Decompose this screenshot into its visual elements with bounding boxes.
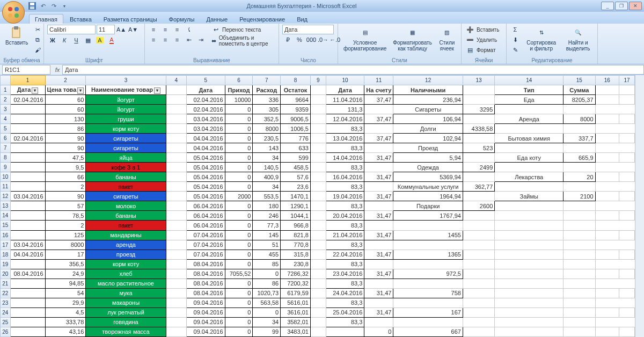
cell[interactable] [463, 211, 494, 221]
cell[interactable]: 90 [45, 134, 86, 143]
cell[interactable] [166, 134, 186, 143]
qat-customize-icon[interactable]: ▼ [60, 2, 69, 10]
cell[interactable]: сигареты [86, 192, 166, 201]
col-header[interactable]: 5 [187, 76, 225, 85]
cell[interactable]: 8205,37 [564, 95, 595, 105]
cell[interactable] [564, 250, 595, 259]
cell[interactable] [595, 288, 619, 298]
cell[interactable] [619, 114, 634, 124]
cell[interactable]: 31,47 [364, 250, 393, 259]
cell[interactable] [495, 250, 564, 259]
cell[interactable] [495, 163, 564, 172]
cell[interactable] [166, 240, 186, 250]
cell[interactable]: 21.04.2016 [326, 230, 364, 240]
cell[interactable]: хлеб [86, 269, 166, 279]
clear-icon[interactable]: ✎ [510, 45, 521, 55]
cell[interactable]: 9359 [281, 105, 311, 114]
cell[interactable]: 5616,01 [281, 298, 311, 307]
cell[interactable]: 86 [253, 279, 281, 288]
cell[interactable] [166, 221, 186, 230]
cell[interactable] [310, 163, 326, 172]
cell[interactable] [10, 211, 45, 221]
cell[interactable]: 37,47 [364, 114, 393, 124]
cell[interactable] [393, 317, 463, 327]
cell[interactable]: 0 [225, 143, 253, 153]
cell[interactable]: Дата [187, 85, 225, 95]
cell[interactable]: макароны [86, 298, 166, 307]
cell[interactable] [564, 182, 595, 192]
cell[interactable]: бананы [86, 172, 166, 182]
cell[interactable] [364, 221, 393, 230]
cell[interactable] [564, 163, 595, 172]
cell[interactable]: 24,9 [45, 269, 86, 279]
select-all-corner[interactable] [1, 76, 11, 85]
cell[interactable]: 11.04.2016 [326, 95, 364, 105]
font-color-icon[interactable]: A [106, 35, 117, 45]
cell[interactable]: 8000 [564, 114, 595, 124]
cell[interactable] [495, 143, 564, 153]
cell[interactable]: 1290,1 [281, 201, 311, 211]
cell[interactable]: 336 [253, 95, 281, 105]
close-button[interactable]: ✕ [629, 2, 642, 10]
cell[interactable] [619, 134, 634, 143]
conditional-format-button[interactable]: ▤Условное форматирование [341, 25, 389, 53]
cell[interactable] [310, 259, 326, 269]
cell[interactable]: 776 [281, 134, 311, 143]
filter-dropdown-icon[interactable]: ▾ [77, 87, 84, 94]
cell[interactable] [619, 230, 634, 240]
cell[interactable]: 05.04.2016 [187, 192, 225, 201]
cell[interactable] [393, 279, 463, 288]
cell[interactable]: 86 [45, 124, 86, 134]
cell[interactable]: 19.04.2016 [326, 192, 364, 201]
row-header[interactable]: 1 [1, 85, 11, 95]
cell[interactable] [463, 250, 494, 259]
cell[interactable]: 34 [253, 182, 281, 192]
cell[interactable]: 06.04.2016 [187, 211, 225, 221]
cell[interactable] [310, 307, 326, 317]
cell[interactable]: 51 [253, 240, 281, 250]
cell[interactable]: 07.04.2016 [187, 240, 225, 250]
row-header[interactable]: 4 [1, 114, 11, 124]
cell[interactable]: 05.04.2016 [187, 163, 225, 172]
cell[interactable]: 03.04.2016 [10, 192, 45, 201]
filter-dropdown-icon[interactable]: ▾ [154, 87, 160, 94]
cell[interactable] [10, 124, 45, 134]
cell[interactable] [364, 317, 393, 327]
cell[interactable]: 2000 [225, 192, 253, 201]
row-header[interactable]: 23 [1, 298, 11, 307]
cell[interactable]: 2 [45, 221, 86, 230]
cell[interactable]: Цена това▾ [45, 85, 86, 95]
cell[interactable] [463, 192, 494, 201]
cell[interactable] [495, 317, 564, 327]
cell[interactable]: 3295 [463, 105, 494, 114]
cell[interactable] [463, 279, 494, 288]
col-header[interactable]: 9 [310, 76, 326, 85]
cell[interactable] [166, 95, 186, 105]
cell[interactable] [166, 279, 186, 288]
tab-формулы[interactable]: Формулы [164, 14, 200, 24]
cell[interactable] [10, 288, 45, 298]
cell[interactable]: 972,5 [393, 269, 463, 279]
cell[interactable] [595, 95, 619, 105]
cell[interactable] [310, 172, 326, 182]
cell[interactable]: 315,8 [281, 250, 311, 259]
cell[interactable] [10, 259, 45, 269]
cell[interactable] [619, 269, 634, 279]
font-name-select[interactable]: Calibri [47, 25, 96, 34]
cell[interactable] [495, 269, 564, 279]
currency-icon[interactable]: ₽ [282, 35, 293, 45]
cell[interactable] [495, 288, 564, 298]
cell[interactable] [595, 250, 619, 259]
cell[interactable]: корм коту [86, 259, 166, 269]
find-select-button[interactable]: 🔍Найти и выделить [562, 25, 594, 53]
grow-font-icon[interactable]: A▲ [116, 25, 127, 34]
cell[interactable]: 553,5 [253, 192, 281, 201]
cell[interactable]: 06.04.2016 [187, 221, 225, 230]
cell[interactable] [310, 182, 326, 192]
cell[interactable]: 131,3 [326, 105, 364, 114]
cell[interactable] [495, 327, 564, 336]
cell[interactable] [310, 298, 326, 307]
cell[interactable]: 09.04.2016 [187, 298, 225, 307]
cell[interactable]: 08.04.2016 [187, 259, 225, 269]
cell[interactable] [619, 85, 634, 95]
